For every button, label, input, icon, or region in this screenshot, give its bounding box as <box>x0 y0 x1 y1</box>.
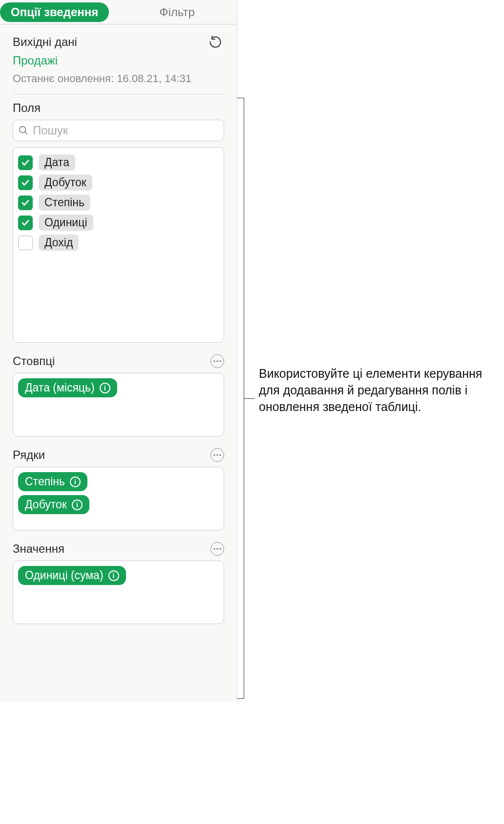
rows-header: Рядки <box>13 448 224 462</box>
field-chip[interactable]: Дата <box>39 154 75 171</box>
divider <box>13 94 224 94</box>
refresh-icon <box>209 35 222 49</box>
pivot-options-panel: Опції зведення Фільтр Вихідні дані Прода… <box>0 0 237 702</box>
source-name[interactable]: Продажі <box>13 54 224 67</box>
checkmark-icon <box>21 178 30 187</box>
checkmark-icon <box>21 198 30 207</box>
field-chip[interactable]: Дохід <box>39 235 79 251</box>
field-row: Добуток <box>18 173 219 193</box>
field-checkbox[interactable] <box>18 236 33 250</box>
token-label: Степінь <box>25 475 65 488</box>
info-icon[interactable]: i <box>100 383 110 393</box>
panel-content: Вихідні дані Продажі Останнє оновлення: … <box>0 24 237 702</box>
svg-point-10 <box>219 548 221 549</box>
field-chip[interactable]: Одиниці <box>39 215 93 231</box>
callout-text: Використовуйте ці елементи керування для… <box>259 366 498 415</box>
field-checkbox[interactable] <box>18 216 33 230</box>
rows-drop-zone[interactable]: Степінь i Добуток i <box>13 467 224 530</box>
svg-point-7 <box>219 454 221 455</box>
svg-point-6 <box>216 454 218 455</box>
column-token[interactable]: Дата (місяць) i <box>18 378 117 397</box>
search-field-wrap[interactable] <box>13 120 224 141</box>
field-row: Одиниці <box>18 213 219 233</box>
svg-line-1 <box>25 132 27 134</box>
field-checkbox[interactable] <box>18 155 33 170</box>
info-icon[interactable]: i <box>72 499 83 510</box>
svg-point-9 <box>216 548 218 549</box>
svg-point-8 <box>213 548 215 549</box>
field-row: Дохід <box>18 233 219 253</box>
refresh-button[interactable] <box>207 33 224 51</box>
columns-label: Стовпці <box>13 354 55 368</box>
values-more-button[interactable] <box>210 542 224 556</box>
tab-filter[interactable]: Фільтр <box>117 0 237 24</box>
tab-bar: Опції зведення Фільтр <box>0 0 237 24</box>
token-label: Дата (місяць) <box>25 381 95 394</box>
token-label: Одиниці (сума) <box>25 569 104 582</box>
callout: Використовуйте ці елементи керування для… <box>244 98 503 699</box>
field-checkbox[interactable] <box>18 195 33 210</box>
checkmark-icon <box>21 218 30 227</box>
value-token[interactable]: Одиниці (сума) i <box>18 566 126 585</box>
values-header: Значення <box>13 542 224 556</box>
tab-filter-label: Фільтр <box>159 5 195 19</box>
tab-pivot-options[interactable]: Опції зведення <box>0 0 117 24</box>
field-chip[interactable]: Степінь <box>39 195 90 211</box>
tab-pivot-options-label: Опції зведення <box>0 2 109 22</box>
field-row: Степінь <box>18 193 219 213</box>
source-last-updated: Останнє оновлення: 16.08.21, 14:31 <box>13 72 224 85</box>
ellipsis-icon <box>213 360 221 362</box>
row-token[interactable]: Степінь i <box>18 472 87 491</box>
ellipsis-icon <box>213 454 221 456</box>
rows-label: Рядки <box>13 448 45 462</box>
source-header: Вихідні дані <box>13 33 224 51</box>
rows-more-button[interactable] <box>210 448 224 462</box>
search-input[interactable] <box>33 124 219 137</box>
values-label: Значення <box>13 542 64 556</box>
svg-point-3 <box>216 360 218 362</box>
info-icon[interactable]: i <box>108 570 119 581</box>
field-chip[interactable]: Добуток <box>39 174 92 191</box>
checkmark-icon <box>21 158 30 167</box>
callout-tick <box>244 398 255 399</box>
values-drop-zone[interactable]: Одиниці (сума) i <box>13 561 224 624</box>
fields-label: Поля <box>13 101 224 115</box>
field-row: Дата <box>18 152 219 173</box>
info-icon[interactable]: i <box>70 477 81 487</box>
svg-point-4 <box>219 360 221 362</box>
columns-drop-zone[interactable]: Дата (місяць) i <box>13 373 224 436</box>
field-checkbox[interactable] <box>18 175 33 190</box>
source-title: Вихідні дані <box>13 35 77 49</box>
ellipsis-icon <box>213 548 221 550</box>
svg-point-5 <box>213 454 215 455</box>
columns-header: Стовпці <box>13 354 224 368</box>
svg-point-0 <box>20 127 26 133</box>
token-label: Добуток <box>25 498 67 511</box>
row-token[interactable]: Добуток i <box>18 495 89 514</box>
fields-list: Дата Добуток Степінь Одиниці <box>13 147 224 343</box>
search-icon <box>18 125 29 136</box>
callout-bracket <box>237 98 244 699</box>
svg-point-2 <box>213 360 215 362</box>
columns-more-button[interactable] <box>210 354 224 368</box>
